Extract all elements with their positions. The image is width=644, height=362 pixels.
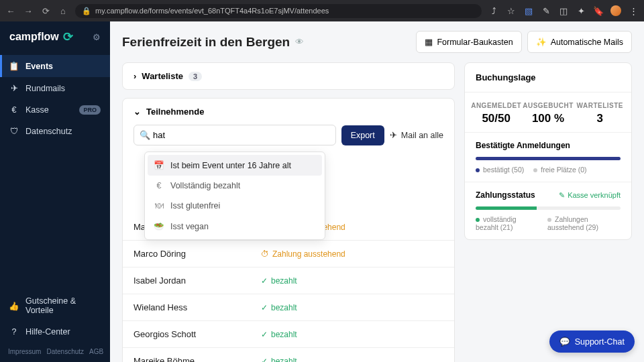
filter-label: Ist beim Event unter 16 Jahre alt (170, 161, 291, 170)
legend-item: bestätigt (50) (476, 166, 524, 174)
link-icon: ✎ (559, 191, 565, 200)
home-icon[interactable]: ⌂ (58, 5, 68, 16)
table-row[interactable]: Mareike Böhme ✓bezahlt (123, 347, 454, 362)
menu-icon[interactable]: ⋮ (628, 5, 639, 16)
filter-option-vegan[interactable]: 🥗 Isst vegan (148, 216, 322, 237)
profile-avatar[interactable] (610, 5, 621, 16)
attendee-name: Marco Döring (133, 249, 261, 259)
sidebar-item-hilfe[interactable]: ? Hilfe-Center (0, 321, 110, 343)
stat-label: ANGEMELDET (470, 102, 522, 109)
support-chat-button[interactable]: 💬 Support-Chat (549, 330, 635, 353)
sidebar-item-label: Rundmails (25, 84, 65, 93)
stat-label: AUSGEBUCHT (522, 102, 574, 109)
attendee-name: Georgios Schott (133, 329, 261, 339)
chevron-down-icon: ⌄ (133, 107, 141, 117)
ext2-icon[interactable]: ✎ (541, 5, 551, 16)
reload-icon[interactable]: ⟳ (40, 5, 51, 16)
euro-icon: € (9, 105, 19, 115)
attendees-header[interactable]: ⌄ Teilnehmende (123, 99, 454, 125)
mail-all-button[interactable]: ✈ Mail an alle (390, 130, 443, 140)
attendees-card: ⌄ Teilnehmende 🔍 📅 Ist beim Event unter … (122, 98, 455, 362)
sidebar-item-events[interactable]: 📋 Events (0, 55, 110, 77)
chat-icon: 💬 (559, 337, 570, 347)
table-row[interactable]: Isabel Jordan ✓bezahlt (123, 267, 454, 294)
stat-value: 100 % (522, 112, 574, 125)
browser-chrome: ← → ⟳ ⌂ 🔒 my.campflow.de/forms/events/ev… (0, 0, 644, 21)
stat-soldout: AUSGEBUCHT 100 % (522, 102, 574, 125)
button-label: Mail an alle (401, 131, 443, 140)
euro-icon: € (154, 181, 164, 190)
filter-option-paid[interactable]: € Vollständig bezahlt (148, 176, 322, 196)
button-label: Support-Chat (575, 337, 625, 347)
export-button[interactable]: Export (341, 125, 384, 145)
footer-link[interactable]: Datenschutz (46, 348, 84, 355)
section-title: Warteliste (142, 71, 183, 81)
footer-link[interactable]: Impressum (8, 348, 41, 355)
status-badge: ⏱Zahlung ausstehend (261, 249, 345, 259)
status-badge: ✓bezahlt (261, 276, 297, 286)
auto-mails-button[interactable]: ✨ Automatische Mails (527, 31, 632, 53)
filter-option-glutenfree[interactable]: 🍽 Isst glutenfrei (148, 196, 322, 216)
stat-value: 50/50 (470, 112, 522, 125)
url-bar[interactable]: 🔒 my.campflow.de/forms/events/evt_68nTQF… (75, 4, 482, 18)
paperplane-icon: ✈ (390, 130, 397, 140)
ext1-icon[interactable]: ▧ (523, 5, 534, 16)
search-icon: 🔍 (140, 130, 150, 140)
form-builder-button[interactable]: ▦ Formular-Baukasten (416, 31, 521, 53)
bar-fill (476, 206, 537, 210)
stat-registered: ANGEMELDET 50/50 (470, 102, 522, 125)
progress-bar-payment (476, 206, 621, 210)
page-title: Ferienfreizeit in den Bergen (122, 35, 290, 50)
table-row[interactable]: Marco Döring ⏱Zahlung ausstehend (123, 240, 454, 267)
shield-icon: 🛡 (9, 127, 19, 136)
logo-mark-icon: ⟳ (63, 29, 73, 44)
forward-icon[interactable]: → (23, 5, 34, 16)
sidebar-item-kasse[interactable]: € Kasse PRO (0, 99, 110, 121)
waitlist-card: › Warteliste 3 (122, 62, 455, 90)
sidebar-item-rundmails[interactable]: ✈ Rundmails (0, 77, 110, 99)
brand-logo[interactable]: campflow ⟳ (9, 29, 73, 44)
legend-item: Zahlungen ausstehend (29) (547, 215, 621, 231)
back-icon[interactable]: ← (5, 5, 16, 16)
button-label: Automatische Mails (551, 38, 623, 47)
count-badge: 3 (189, 72, 202, 81)
gear-icon[interactable]: ⚙ (93, 32, 101, 42)
footer-links: Impressum Datenschutz AGB (0, 343, 110, 362)
food-icon: 🍽 (154, 201, 164, 210)
footer-link[interactable]: AGB (89, 348, 103, 355)
clock-icon: ⏱ (261, 249, 269, 259)
sidebar-item-label: Gutscheine & Vorteile (25, 296, 101, 315)
paperplane-icon: ✈ (9, 83, 19, 93)
search-input[interactable] (133, 125, 336, 145)
visibility-icon[interactable]: 👁 (295, 37, 304, 47)
section-title: Zahlungsstatus (476, 190, 535, 200)
filter-label: Isst vegan (170, 222, 209, 231)
bookmarks-icon[interactable]: 🔖 (593, 5, 604, 16)
status-badge: ✓bezahlt (261, 303, 297, 312)
extensions-icon[interactable]: ✦ (576, 5, 586, 16)
filter-label: Isst glutenfrei (170, 201, 220, 210)
waitlist-header[interactable]: › Warteliste 3 (123, 63, 454, 89)
url-text: my.campflow.de/forms/events/evt_68nTQFT4… (95, 7, 329, 15)
filter-label: Vollständig bezahlt (170, 181, 240, 190)
table-row[interactable]: Georgios Schott ✓bezahlt (123, 320, 454, 347)
share-icon[interactable]: ⤴ (488, 5, 499, 16)
sidebar-item-label: Events (25, 62, 53, 71)
chevron-right-icon: › (133, 71, 136, 81)
star-icon[interactable]: ☆ (506, 5, 517, 16)
attendee-name: Mareike Böhme (133, 356, 261, 362)
section-title: Buchungslage (465, 63, 631, 93)
leaf-icon: 🥗 (154, 221, 164, 231)
check-icon: ✓ (261, 303, 268, 312)
sidebar-item-label: Datenschutz (25, 127, 72, 136)
status-badge: ✓bezahlt (261, 330, 297, 339)
legend-item: freie Plätze (0) (533, 166, 586, 174)
help-icon: ? (9, 327, 19, 337)
filter-option-under16[interactable]: 📅 Ist beim Event unter 16 Jahre alt (148, 155, 322, 176)
sidebar-item-datenschutz[interactable]: 🛡 Datenschutz (0, 121, 110, 142)
ext3-icon[interactable]: ◫ (558, 5, 569, 16)
sidebar-item-label: Kasse (25, 105, 49, 115)
grid-icon: ▦ (425, 37, 433, 47)
sidebar-item-gutscheine[interactable]: 👍 Gutscheine & Vorteile (0, 290, 110, 321)
table-row[interactable]: Wieland Hess ✓bezahlt (123, 294, 454, 320)
